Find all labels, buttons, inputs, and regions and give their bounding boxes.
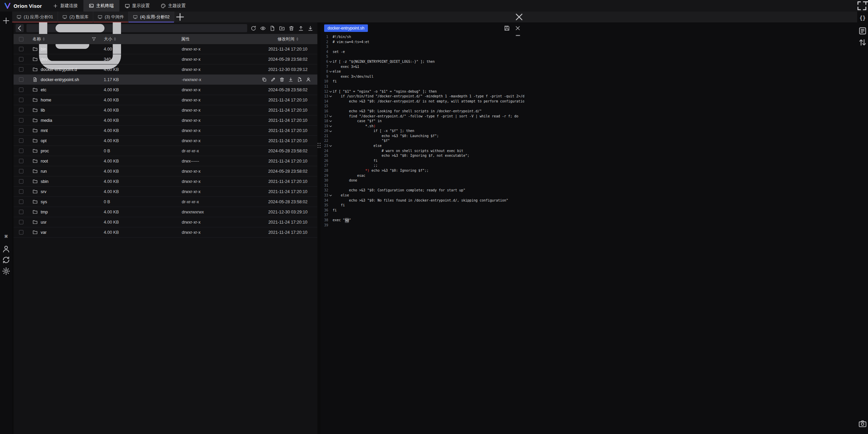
- file-name-cell[interactable]: root: [28, 158, 100, 164]
- code-line[interactable]: 15: [321, 104, 524, 109]
- file-name-cell[interactable]: usr: [28, 220, 100, 225]
- row-checkbox[interactable]: [19, 57, 23, 61]
- row-checkbox[interactable]: [19, 138, 23, 143]
- code-line[interactable]: 25 echo >&3 "$0: Ignoring $f, not execut…: [321, 153, 524, 158]
- open-file-chip[interactable]: docker-entrypoint.sh: [324, 24, 368, 32]
- new-file-icon[interactable]: [270, 25, 275, 31]
- file-name-cell[interactable]: media: [28, 118, 100, 123]
- menu-item-display-settings[interactable]: 显示设置: [119, 0, 155, 12]
- refresh-icon[interactable]: [251, 25, 256, 31]
- close-all-tabs-icon[interactable]: [514, 12, 524, 22]
- mtime-sort-icon[interactable]: [296, 37, 298, 41]
- terminal-tab-3[interactable]: (3) 中间件: [93, 12, 129, 22]
- row-checkbox[interactable]: [19, 210, 23, 214]
- add-tab-icon[interactable]: [174, 12, 186, 22]
- row-checkbox[interactable]: [19, 200, 23, 204]
- settings-gear-icon[interactable]: [2, 267, 11, 276]
- code-line[interactable]: 8else: [321, 69, 524, 74]
- braces-icon[interactable]: {}: [858, 14, 867, 22]
- show-hidden-eye-icon[interactable]: [260, 25, 266, 31]
- row-checkbox[interactable]: [19, 189, 23, 194]
- code-line[interactable]: 22 "$f": [321, 138, 524, 144]
- snippet-panel-icon[interactable]: [858, 26, 867, 35]
- row-checkbox[interactable]: [19, 77, 23, 82]
- code-line[interactable]: 12if [ "$1" = "nginx" -o "$1" = "nginx-d…: [321, 89, 524, 94]
- fold-chevron-icon[interactable]: [328, 90, 333, 93]
- table-row[interactable]: docker-entrypoint.sh1.17 KB-rwxrwxr-x: [14, 75, 317, 85]
- download-icon[interactable]: [308, 25, 313, 31]
- code-line[interactable]: 17 find "/docker-entrypoint.d/" -follow …: [321, 114, 524, 119]
- fold-chevron-icon[interactable]: [328, 145, 333, 147]
- table-row[interactable]: var4.00 KBdrwxr-xr-x2021-11-24 17:20:10: [14, 227, 317, 238]
- code-line[interactable]: 29 esac: [321, 173, 524, 178]
- screenshot-camera-icon[interactable]: [858, 419, 867, 428]
- select-all-checkbox[interactable]: [19, 37, 23, 41]
- row-checkbox[interactable]: [19, 47, 23, 51]
- code-line[interactable]: 11: [321, 84, 524, 89]
- code-line[interactable]: 9 exec 3>/dev/null: [321, 74, 524, 79]
- code-line[interactable]: 14 echo >&3 "$0: /docker-entrypoint.d/ i…: [321, 99, 524, 104]
- code-line[interactable]: 18 case "$f" in: [321, 119, 524, 124]
- code-line[interactable]: 23 else: [321, 144, 524, 149]
- file-name-cell[interactable]: bin: [28, 46, 100, 52]
- transfer-list-icon[interactable]: [858, 38, 867, 47]
- fold-chevron-icon[interactable]: [328, 194, 333, 197]
- row-checkbox[interactable]: [19, 108, 23, 112]
- code-line[interactable]: 37: [321, 213, 524, 218]
- file-name-cell[interactable]: home: [28, 97, 100, 102]
- path-input[interactable]: [133, 26, 244, 31]
- copy-action-icon[interactable]: [262, 77, 267, 82]
- table-row[interactable]: bin4.00 KBdrwxr-xr-x2021-11-24 17:20:10: [14, 44, 317, 54]
- terminal-tab-4[interactable]: (4) 应用-分析02: [129, 12, 174, 22]
- fold-chevron-icon[interactable]: [328, 70, 333, 73]
- file-name-cell[interactable]: sys: [28, 199, 100, 204]
- panel-resize-handle[interactable]: [317, 22, 321, 434]
- file-name-cell[interactable]: tmp: [28, 209, 100, 214]
- edit-action-icon[interactable]: [271, 77, 276, 82]
- code-line[interactable]: 39: [321, 223, 524, 228]
- code-line[interactable]: 13 if /usr/bin/find "/docker-entrypoint.…: [321, 94, 524, 99]
- table-row[interactable]: dev340 Bdrwxr-xr-x2024-05-28 23:58:02: [14, 54, 317, 64]
- keyboard-shortcut-icon[interactable]: ⌘: [2, 232, 11, 241]
- code-line[interactable]: 5: [321, 54, 524, 59]
- row-checkbox[interactable]: [19, 230, 23, 234]
- file-name-cell[interactable]: run: [28, 169, 100, 174]
- user-icon[interactable]: [2, 245, 11, 253]
- row-checkbox[interactable]: [19, 179, 23, 184]
- back-icon[interactable]: [16, 24, 24, 32]
- file-name-cell[interactable]: mnt: [28, 128, 100, 133]
- save-icon[interactable]: [504, 25, 510, 31]
- table-row[interactable]: docker-entrypoint.d4.00 KBdrwxr-xr-x2021…: [14, 64, 317, 75]
- code-line[interactable]: 3: [321, 44, 524, 50]
- table-row[interactable]: usr4.00 KBdrwxr-xr-x2021-11-24 17:20:10: [14, 217, 317, 227]
- new-folder-icon[interactable]: [279, 25, 285, 31]
- menu-item-host-terminal[interactable]: 主机终端: [83, 0, 119, 12]
- terminal-tab-2[interactable]: (2) 数据库: [58, 12, 93, 22]
- file-name-cell[interactable]: dev: [28, 57, 100, 62]
- table-row[interactable]: lib4.00 KBdrwxr-xr-x2021-11-24 17:20:10: [14, 105, 317, 115]
- row-checkbox[interactable]: [19, 88, 23, 92]
- row-checkbox[interactable]: [19, 118, 23, 122]
- file-name-cell[interactable]: srv: [28, 189, 100, 194]
- code-line[interactable]: 32 echo >&3 "$0: Configuration complete;…: [321, 188, 524, 193]
- code-line[interactable]: 19 *.sh): [321, 124, 524, 129]
- code-line[interactable]: 33 else: [321, 193, 524, 198]
- code-line[interactable]: 21 echo >&3 "$0: Launching $f";: [321, 134, 524, 139]
- row-checkbox[interactable]: [19, 159, 23, 163]
- row-checkbox[interactable]: [19, 128, 23, 133]
- code-line[interactable]: 7 exec 3>&1: [321, 64, 524, 70]
- code-line[interactable]: 16 echo >&3 "$0: Looking for shell scrip…: [321, 109, 524, 114]
- move-action-icon[interactable]: [297, 77, 302, 82]
- menu-item-theme-settings[interactable]: 主题设置: [155, 0, 191, 12]
- code-line[interactable]: 27 ;;: [321, 163, 524, 168]
- size-sort-icon[interactable]: [114, 37, 116, 41]
- code-editor[interactable]: 1#!/bin/sh2# vim:sw=4:ts=4:et34set -e56i…: [321, 34, 524, 434]
- code-line[interactable]: 36fi: [321, 208, 524, 213]
- new-tab-icon[interactable]: [2, 16, 11, 25]
- table-row[interactable]: run4.00 KBdrwxr-xr-x2024-05-28 23:58:02: [14, 166, 317, 176]
- upload-icon[interactable]: [298, 25, 304, 31]
- code-line[interactable]: 38exec "$@": [321, 218, 524, 223]
- path-input-box[interactable]: [26, 24, 247, 32]
- table-row[interactable]: root4.00 KBdrwx------2021-11-24 17:20:10: [14, 156, 317, 166]
- row-checkbox[interactable]: [19, 220, 23, 224]
